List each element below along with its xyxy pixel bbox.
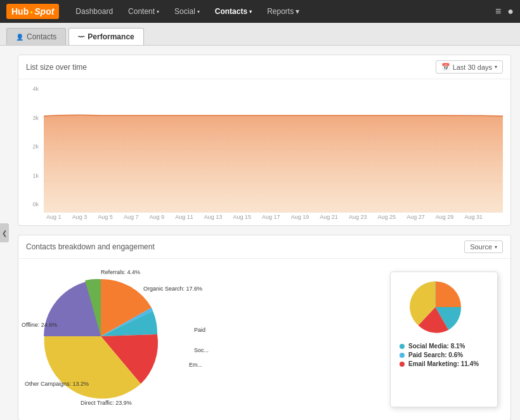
collapse-arrow[interactable]: ❮ <box>0 223 9 242</box>
card1-title: List size over time <box>26 63 87 72</box>
navbar: Hub·Spot Dashboard Content ▾ Social ▾ Co… <box>0 0 520 23</box>
label-email: Em... <box>189 362 202 368</box>
tooltip-item-email: Email Marketing: 11.4% <box>400 360 488 367</box>
chevron-down-icon2: ▾ <box>495 244 497 250</box>
hubspot-logo[interactable]: Hub·Spot <box>6 4 59 19</box>
menu-icon[interactable]: ≡ <box>495 6 501 17</box>
x-axis-labels: Aug 1 Aug 3 Aug 5 Aug 7 Aug 9 Aug 11 Aug… <box>26 213 503 220</box>
line-chart-container: 4k 3k 2k 1k 0k <box>18 79 510 225</box>
label-other: Other Campaigns: 13.2% <box>25 381 89 387</box>
label-offline: Offline: 24.6% <box>22 322 57 328</box>
main-content: ❮ List size over time 📅 Last 30 days ▾ 4… <box>0 46 520 420</box>
pie-section: Referrals: 4.4% Organic Search: 17.6% Pa… <box>18 259 510 420</box>
card1-header: List size over time 📅 Last 30 days ▾ <box>18 55 510 79</box>
date-range-dropdown[interactable]: 📅 Last 30 days ▾ <box>436 60 503 74</box>
person-icon: 👤 <box>16 34 23 41</box>
nav-dashboard[interactable]: Dashboard <box>68 0 120 23</box>
chart-icon: 〰 <box>78 34 84 41</box>
card2-title: Contacts breakdown and engagement <box>26 242 155 251</box>
tooltip-pie-svg <box>400 279 488 336</box>
nav-reports[interactable]: Reports ▾ <box>259 0 307 23</box>
nav-content[interactable]: Content ▾ <box>120 0 167 23</box>
tabs-bar: 👤 Contacts 〰 Performance <box>0 23 520 46</box>
line-chart-svg <box>26 86 503 213</box>
card2-control: Source ▾ <box>464 240 503 253</box>
label-referrals: Referrals: 4.4% <box>101 269 140 275</box>
tab-contacts[interactable]: 👤 Contacts <box>6 28 66 45</box>
tooltip-item-social: Social Media: 8.1% <box>400 343 488 350</box>
calendar-icon: 📅 <box>441 63 450 71</box>
source-dropdown[interactable]: Source ▾ <box>464 240 503 253</box>
tab-performance[interactable]: 〰 Performance <box>68 28 143 45</box>
email-dot <box>400 362 405 367</box>
chevron-down-icon: ▾ <box>495 64 497 70</box>
card-breakdown: Contacts breakdown and engagement Source… <box>18 235 511 420</box>
nav-social[interactable]: Social ▾ <box>167 0 207 23</box>
nav-items: Dashboard Content ▾ Social ▾ Contacts ▾ … <box>68 0 495 23</box>
card1-control: 📅 Last 30 days ▾ <box>436 60 503 74</box>
user-icon[interactable]: ● <box>507 6 514 17</box>
y-axis-labels: 4k 3k 2k 1k 0k <box>26 86 39 207</box>
main-pie-chart: Referrals: 4.4% Organic Search: 17.6% Pa… <box>31 266 196 412</box>
social-dot <box>400 344 405 349</box>
tooltip-pie-popup: Social Media: 8.1% Paid Search: 0.6% Ema… <box>390 272 498 407</box>
card2-header: Contacts breakdown and engagement Source… <box>18 235 510 259</box>
tooltip-item-paid: Paid Search: 0.6% <box>400 351 488 358</box>
label-social: Soc... <box>194 347 209 353</box>
nav-right: ≡ ● <box>495 6 514 17</box>
paid-dot <box>400 353 405 358</box>
card-list-size: List size over time 📅 Last 30 days ▾ 4k … <box>18 55 511 226</box>
label-organic: Organic Search: 17.6% <box>143 285 202 292</box>
label-direct: Direct Traffic: 23.9% <box>81 400 132 406</box>
nav-contacts[interactable]: Contacts ▾ <box>207 0 259 23</box>
label-paid: Paid <box>194 327 205 333</box>
